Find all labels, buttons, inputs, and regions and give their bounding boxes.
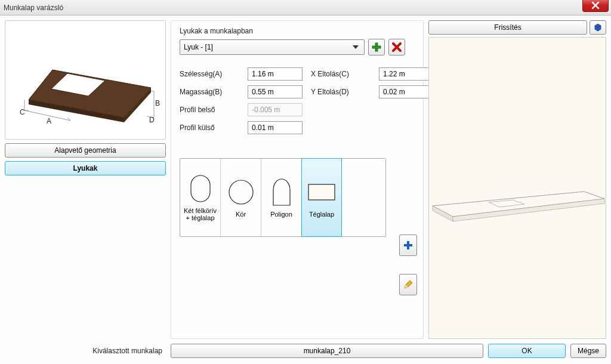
polygon-icon (267, 177, 296, 207)
svg-rect-14 (404, 244, 412, 246)
width-input[interactable] (248, 67, 303, 81)
xoff-input[interactable] (379, 67, 434, 81)
plus-icon (372, 42, 381, 52)
shape-panel: Két félkörív + téglalap Kör Poligon (180, 158, 386, 237)
inner-profile-label: Profil belső (180, 106, 239, 114)
center-column: Lyukak a munkalapban Lyuk - [1] (171, 20, 424, 339)
shape-polygon-label: Poligon (270, 211, 292, 218)
outer-profile-label: Profil külső (180, 124, 239, 132)
shape-rectangle-label: Téglalap (309, 211, 334, 218)
width-label: Szélesség(A) (180, 70, 239, 78)
circle-icon (227, 177, 255, 207)
rectangle-icon (307, 177, 336, 207)
svg-text:C: C (20, 108, 25, 116)
nav-basic-label: Alapvető geometria (54, 146, 116, 155)
svg-point-11 (229, 180, 253, 204)
preview-3d-drawing (429, 38, 606, 336)
height-input[interactable] (248, 85, 303, 98)
edit-shape-button[interactable] (399, 274, 417, 295)
svg-rect-9 (372, 46, 381, 48)
xoff-label: X Eltolás(C) (311, 70, 371, 78)
nav-basic-geometry[interactable]: Alapvető geometria (5, 143, 166, 158)
selected-worktop-label: Kiválasztott munkalap (5, 347, 166, 355)
close-icon (591, 1, 600, 10)
right-column: Frissítés (428, 20, 606, 339)
shape-circle-label: Kör (236, 211, 246, 218)
close-button[interactable] (582, 0, 609, 12)
svg-rect-10 (191, 175, 210, 202)
cancel-button[interactable]: Mégse (570, 344, 606, 358)
parameters-grid: Szélesség(A) X Eltolás(C) Magasság(B) Y … (180, 67, 415, 134)
stadium-icon (186, 174, 215, 203)
delete-hole-button[interactable] (388, 39, 405, 55)
pencil-icon (403, 280, 413, 289)
svg-rect-12 (308, 184, 335, 200)
shape-side-buttons (399, 235, 417, 295)
nav-holes[interactable]: Lyukak (5, 161, 166, 175)
selected-worktop-value: munkalap_210 (304, 347, 351, 355)
svg-text:B: B (155, 99, 160, 107)
window-title: Munkalap varázsló (4, 4, 63, 12)
refresh-button[interactable]: Frissítés (428, 20, 587, 35)
ok-label: OK (521, 347, 532, 355)
dialog-body: C A B D Alapvető geometria Lyukak Lyukak… (0, 16, 611, 364)
outer-profile-input[interactable] (248, 121, 303, 134)
cube-icon (593, 23, 603, 32)
svg-text:A: A (47, 117, 51, 125)
right-top-row: Frissítés (428, 20, 606, 35)
cancel-label: Mégse (578, 347, 599, 355)
titlebar: Munkalap varázsló (0, 0, 611, 16)
shape-polygon[interactable]: Poligon (261, 159, 302, 236)
yoff-label: Y Eltolás(D) (311, 88, 371, 96)
ok-button[interactable]: OK (488, 344, 566, 358)
worktop-illustration: C A B D (11, 28, 160, 132)
view3d-button[interactable] (590, 20, 606, 35)
left-column: C A B D Alapvető geometria Lyukak (5, 20, 166, 339)
main-row: C A B D Alapvető geometria Lyukak Lyukak… (5, 20, 606, 339)
shape-rectangle[interactable]: Téglalap (301, 158, 342, 237)
shape-circle[interactable]: Kör (221, 159, 261, 236)
shape-stadium-label: Két félkörív + téglalap (181, 207, 219, 221)
hole-selector-row: Lyuk - [1] (180, 39, 415, 55)
hole-dropdown-value: Lyuk - [1] (184, 43, 213, 51)
add-shape-button[interactable] (399, 235, 417, 256)
bottom-row: Kiválasztott munkalap munkalap_210 OK Mé… (5, 343, 606, 359)
inner-profile-input (248, 103, 303, 116)
x-delete-icon (392, 42, 402, 52)
holes-section-label: Lyukak a munkalapban (180, 27, 415, 35)
shape-stadium[interactable]: Két félkörív + téglalap (180, 159, 221, 236)
add-hole-button[interactable] (368, 39, 385, 55)
illustration-box: C A B D (5, 20, 166, 140)
selected-worktop-button[interactable]: munkalap_210 (171, 344, 483, 358)
refresh-label: Frissítés (494, 23, 521, 32)
hole-dropdown[interactable]: Lyuk - [1] (180, 39, 365, 55)
plus-small-icon (404, 241, 412, 249)
height-label: Magasság(B) (180, 88, 239, 96)
chevron-down-icon (351, 42, 360, 52)
nav-holes-label: Lyukak (73, 164, 98, 172)
preview-3d[interactable] (428, 37, 606, 339)
yoff-input[interactable] (379, 85, 434, 98)
